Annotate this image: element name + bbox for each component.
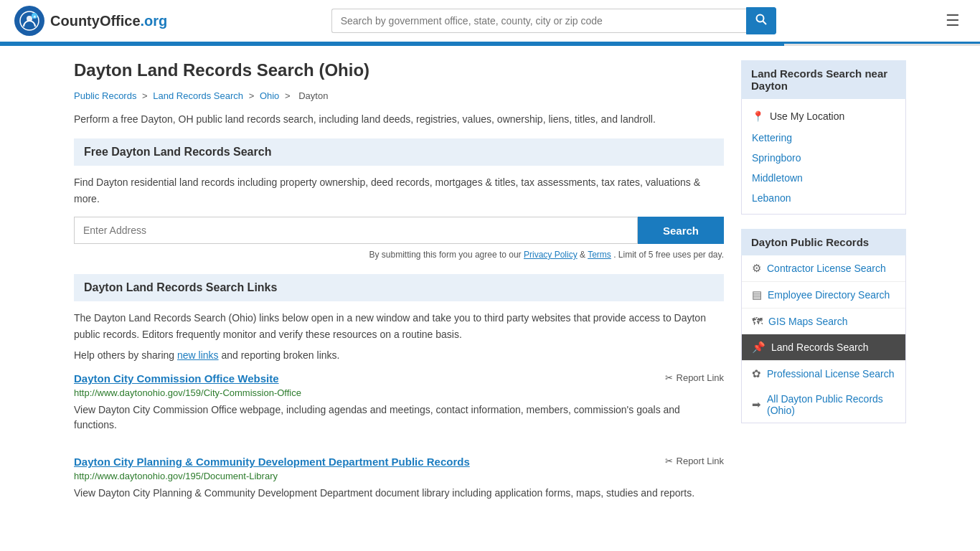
address-input[interactable] (74, 217, 638, 244)
search-button[interactable]: Search (638, 217, 724, 244)
star-icon: ✿ (752, 367, 761, 380)
record-link-item: Dayton City Commission Office Website ✂ … (74, 372, 724, 444)
public-records-item[interactable]: ✿ Professional License Search (742, 361, 905, 387)
record-title-link[interactable]: Dayton City Commission Office Website (74, 372, 279, 385)
header-search-button[interactable] (746, 7, 776, 34)
list-icon: ▤ (752, 288, 762, 301)
pin-icon: 📌 (752, 341, 765, 354)
logo-text: CountyOffice.org (50, 13, 167, 29)
page-description: Perform a free Dayton, OH public land re… (74, 111, 724, 127)
nearby-city-item[interactable]: Lebanon (742, 188, 905, 208)
hamburger-menu-button[interactable]: ☰ (940, 9, 966, 33)
use-location-item[interactable]: 📍 Use My Location (742, 105, 905, 128)
nearby-list: 📍 Use My Location KetteringSpringboroMid… (741, 99, 906, 215)
report-link-button[interactable]: ✂ Report Link (665, 456, 724, 466)
links-desc: The Dayton Land Records Search (Ohio) li… (74, 310, 724, 342)
nearby-city-link[interactable]: Springboro (752, 152, 801, 164)
address-search-row: Search (74, 217, 724, 244)
privacy-policy-link[interactable]: Privacy Policy (524, 250, 578, 260)
pr-item-link[interactable]: Contractor License Search (767, 263, 886, 274)
breadcrumb-land-records[interactable]: Land Records Search (153, 90, 243, 101)
report-link-label: Report Link (677, 372, 724, 383)
breadcrumb-dayton: Dayton (298, 90, 328, 101)
record-url: http://www.daytonohio.gov/159/City-Commi… (74, 387, 724, 398)
breadcrumb: Public Records > Land Records Search > O… (74, 90, 724, 101)
main-container: Dayton Land Records Search (Ohio) Public… (60, 46, 920, 538)
pr-item-link[interactable]: Land Records Search (771, 342, 868, 353)
map-icon: 🗺 (752, 315, 763, 327)
svg-line-5 (763, 22, 766, 25)
record-title-row: Dayton City Commission Office Website ✂ … (74, 372, 724, 385)
nearby-cities-container: KetteringSpringboroMiddletownLebanon (742, 128, 905, 208)
free-search-header: Free Dayton Land Records Search (74, 138, 724, 166)
page-title: Dayton Land Records Search (Ohio) (74, 60, 724, 80)
nearby-city-link[interactable]: Middletown (752, 172, 803, 184)
share-links-text: Help others by sharing new links and rep… (74, 349, 724, 361)
new-links-link[interactable]: new links (177, 349, 219, 361)
pr-item-link[interactable]: GIS Maps Search (768, 316, 848, 327)
record-link-item: Dayton City Planning & Community Develop… (74, 456, 724, 512)
use-location-label: Use My Location (770, 110, 844, 122)
pr-item-link[interactable]: Professional License Search (767, 368, 894, 380)
form-note: By submitting this form you agree to our… (74, 250, 724, 260)
gear-icon: ⚙ (752, 262, 761, 275)
nearby-city-item[interactable]: Kettering (742, 128, 905, 148)
report-icon: ✂ (665, 456, 673, 466)
terms-link[interactable]: Terms (588, 250, 611, 260)
sidebar: Land Records Search near Dayton 📍 Use My… (741, 60, 906, 524)
record-title-link[interactable]: Dayton City Planning & Community Develop… (74, 456, 470, 468)
record-url: http://www.daytonohio.gov/195/Document-L… (74, 471, 724, 481)
nearby-city-link[interactable]: Lebanon (752, 192, 791, 204)
nearby-city-item[interactable]: Middletown (742, 168, 905, 188)
public-records-item[interactable]: 📌 Land Records Search (742, 334, 905, 361)
report-link-button[interactable]: ✂ Report Link (665, 372, 724, 383)
breadcrumb-ohio[interactable]: Ohio (260, 90, 279, 101)
svg-point-4 (756, 15, 763, 22)
public-records-item[interactable]: ▤ Employee Directory Search (742, 282, 905, 309)
header-search-input[interactable] (331, 9, 746, 33)
public-records-item[interactable]: 🗺 GIS Maps Search (742, 309, 905, 334)
nearby-city-item[interactable]: Springboro (742, 148, 905, 168)
site-header: ★ CountyOffice.org ☰ (0, 0, 980, 44)
free-search-desc: Find Dayton residential land records inc… (74, 174, 724, 207)
public-records-item[interactable]: ⚙ Contractor License Search (742, 255, 905, 282)
logo-icon: ★ (14, 6, 44, 36)
pr-item-link[interactable]: Employee Directory Search (768, 289, 890, 301)
nearby-header: Land Records Search near Dayton (741, 60, 906, 99)
header-search-area (331, 7, 776, 34)
content-area: Dayton Land Records Search (Ohio) Public… (74, 60, 724, 524)
location-pin-icon: 📍 (752, 110, 764, 122)
all-public-records-item[interactable]: ➡ All Dayton Public Records (Ohio) (742, 387, 905, 423)
links-section-header: Dayton Land Records Search Links (74, 274, 724, 301)
public-records-list: ⚙ Contractor License Search ▤ Employee D… (741, 255, 906, 423)
arrow-icon: ➡ (752, 398, 761, 411)
breadcrumb-public-records[interactable]: Public Records (74, 90, 136, 101)
report-icon: ✂ (665, 372, 673, 383)
record-desc: View Dayton City Planning & Community De… (74, 486, 724, 501)
report-link-label: Report Link (677, 456, 724, 466)
public-records-header: Dayton Public Records (741, 229, 906, 255)
all-records-link[interactable]: All Dayton Public Records (Ohio) (767, 393, 895, 416)
public-records-section: Dayton Public Records ⚙ Contractor Licen… (741, 229, 906, 423)
record-desc: View Dayton City Commission Office webpa… (74, 402, 724, 433)
records-container: Dayton City Commission Office Website ✂ … (74, 372, 724, 512)
nearby-section: Land Records Search near Dayton 📍 Use My… (741, 60, 906, 215)
nearby-city-link[interactable]: Kettering (752, 132, 792, 143)
record-title-row: Dayton City Planning & Community Develop… (74, 456, 724, 468)
pr-items-container: ⚙ Contractor License Search ▤ Employee D… (742, 255, 905, 387)
logo-area: ★ CountyOffice.org (14, 6, 167, 36)
